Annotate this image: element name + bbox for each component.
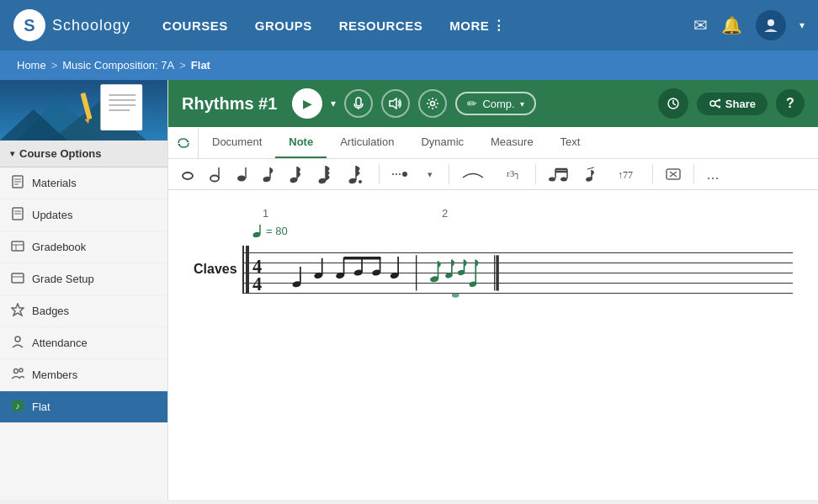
tab-note[interactable]: Note xyxy=(275,127,327,158)
logo-text: Schoology xyxy=(52,17,130,34)
measure-number-2: 2 xyxy=(442,207,448,220)
sidebar-item-members[interactable]: Members xyxy=(0,359,167,391)
svg-point-40 xyxy=(718,106,720,109)
breadcrumb: Home > Music Composition: 7A > Flat xyxy=(0,50,818,80)
refresh-button[interactable] xyxy=(168,128,199,158)
logo[interactable]: S Schoology xyxy=(13,9,130,41)
tab-articulation[interactable]: Articulation xyxy=(327,127,407,158)
editor-header: Rhythms #1 ▶ ▾ ✏ Comp. ▾ xyxy=(168,80,818,127)
dot-dropdown-button[interactable]: ▾ xyxy=(418,162,442,186)
dotted-note-button[interactable] xyxy=(343,162,372,186)
grace-note-button[interactable] xyxy=(580,162,608,186)
play-dropdown-icon[interactable]: ▾ xyxy=(331,98,336,109)
sidebar-item-badges[interactable]: Badges xyxy=(0,295,167,327)
tie-button[interactable] xyxy=(456,162,490,186)
breadcrumb-home[interactable]: Home xyxy=(17,59,46,72)
quarter-note-button[interactable] xyxy=(231,162,254,186)
svg-point-58 xyxy=(402,172,407,177)
grade-setup-icon xyxy=(10,271,25,287)
svg-marker-25 xyxy=(12,304,24,316)
eighth-note-button[interactable] xyxy=(258,162,281,186)
svg-point-60 xyxy=(549,178,555,182)
svg-rect-20 xyxy=(12,241,24,251)
settings-button[interactable] xyxy=(418,89,447,118)
svg-marker-41 xyxy=(187,140,189,142)
sidebar-item-gradebook[interactable]: Gradebook xyxy=(0,231,167,263)
breadcrumb-sep-2: > xyxy=(179,59,186,72)
sidebar-item-materials[interactable]: Materials xyxy=(0,167,167,199)
updates-label: Updates xyxy=(32,209,72,221)
materials-icon xyxy=(10,175,25,191)
tab-text[interactable]: Text xyxy=(547,127,594,158)
share-button[interactable]: Share xyxy=(697,93,768,115)
whole-note-button[interactable] xyxy=(175,162,200,186)
svg-point-46 xyxy=(237,176,246,182)
breadcrumb-current: Flat xyxy=(191,59,210,72)
nav-item-groups[interactable]: GROUPS xyxy=(243,12,324,40)
nav-right: ✉ 🔔 ▾ xyxy=(693,10,805,40)
gradebook-label: Gradebook xyxy=(32,241,86,253)
mail-icon[interactable]: ✉ xyxy=(693,15,708,35)
nav-item-more[interactable]: MORE ⋮ xyxy=(438,11,518,40)
comp-button[interactable]: ✏ Comp. ▾ xyxy=(455,92,535,115)
flat-label: Flat xyxy=(32,401,50,413)
toolbar-separator-5 xyxy=(693,164,694,184)
attendance-label: Attendance xyxy=(32,337,88,349)
ellipsis-icon: ... xyxy=(706,166,719,183)
tempo-value: = 80 xyxy=(266,225,288,237)
note-toolbar: ▾ r3┐ ↑77 xyxy=(168,159,818,190)
share-label: Share xyxy=(725,98,756,110)
members-icon xyxy=(10,367,25,383)
more-options-button[interactable]: ... xyxy=(701,162,725,186)
nav-item-courses[interactable]: COURSES xyxy=(151,12,240,40)
svg-text:4: 4 xyxy=(252,273,262,294)
tab-dynamic[interactable]: Dynamic xyxy=(407,127,477,158)
sidebar-item-attendance[interactable]: Attendance xyxy=(0,327,167,359)
breadcrumb-course[interactable]: Music Composition: 7A xyxy=(62,59,174,72)
tremolo-button[interactable] xyxy=(543,162,576,186)
avatar-chevron-icon[interactable]: ▾ xyxy=(799,19,805,31)
sidebar-item-flat[interactable]: ♪ Flat xyxy=(0,391,167,423)
svg-rect-31 xyxy=(356,98,361,106)
mic-button[interactable] xyxy=(344,89,373,118)
svg-point-34 xyxy=(431,102,435,106)
toggle-arrow-icon: ▾ xyxy=(10,149,14,158)
32nd-note-button[interactable] xyxy=(313,162,340,186)
clef-label: Claves xyxy=(194,262,237,277)
sidebar-item-grade-setup[interactable]: Grade Setup xyxy=(0,263,167,295)
measure-numbers: 1 2 xyxy=(185,207,801,224)
logo-circle: S xyxy=(13,9,45,41)
delete-note-button[interactable] xyxy=(660,162,687,186)
svg-point-56 xyxy=(359,180,362,183)
sidebar-item-updates[interactable]: Updates xyxy=(0,199,167,231)
dot-button[interactable] xyxy=(386,162,415,186)
svg-text:↑77: ↑77 xyxy=(618,169,633,181)
svg-text:r3┐: r3┐ xyxy=(507,168,521,180)
avatar[interactable] xyxy=(756,10,786,40)
tab-document[interactable]: Document xyxy=(199,127,275,158)
updates-icon xyxy=(10,207,25,223)
svg-point-62 xyxy=(560,178,567,182)
play-button[interactable]: ▶ xyxy=(292,88,322,119)
half-note-button[interactable] xyxy=(204,162,227,186)
history-button[interactable] xyxy=(658,88,688,119)
pencil-icon: ✏ xyxy=(467,97,477,110)
top-navigation: S Schoology COURSES GROUPS RESOURCES MOR… xyxy=(0,0,818,50)
triplet-button[interactable]: r3┐ xyxy=(493,162,529,186)
nav-more-label: MORE xyxy=(449,19,489,33)
toolbar-separator-2 xyxy=(449,164,449,184)
course-options-label: Course Options xyxy=(19,147,102,160)
course-options-toggle[interactable]: ▾ Course Options xyxy=(0,141,167,167)
nav-item-resources[interactable]: RESOURCES xyxy=(327,12,435,40)
svg-rect-6 xyxy=(100,84,142,130)
ornament-button[interactable]: ↑77 xyxy=(612,162,645,186)
tab-measure[interactable]: Measure xyxy=(477,127,547,158)
volume-button[interactable] xyxy=(381,89,410,118)
svg-point-27 xyxy=(14,369,19,374)
comp-dropdown-icon: ▾ xyxy=(520,99,524,109)
sixteenth-note-button[interactable] xyxy=(284,162,310,186)
bell-icon[interactable]: 🔔 xyxy=(721,15,742,35)
thumbnail-svg xyxy=(0,80,167,141)
help-button[interactable]: ? xyxy=(776,89,805,118)
flat-icon: ♪ xyxy=(10,399,25,415)
